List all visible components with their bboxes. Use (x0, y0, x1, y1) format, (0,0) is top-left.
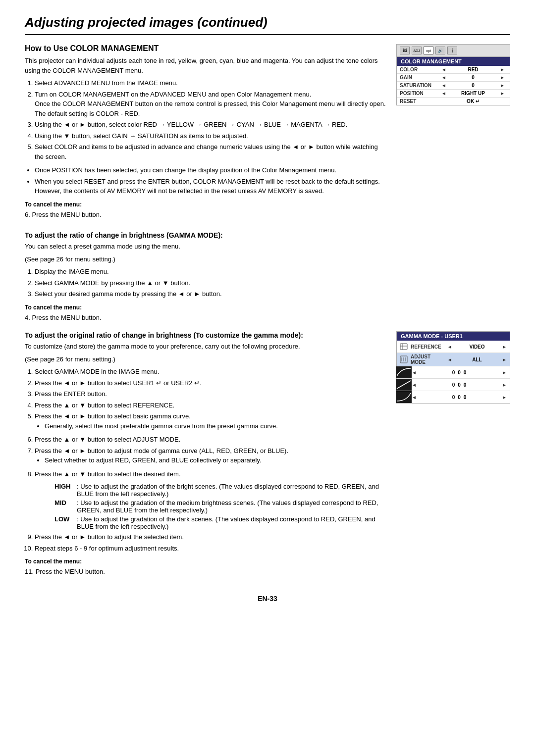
spk-icon: 🔊 (435, 47, 445, 54)
mid-text: : Use to adjust the gradation of the med… (77, 499, 386, 514)
low-curve-icon (399, 392, 409, 402)
section1-cancel-step: 6. Press the MENU button. (25, 210, 386, 220)
section3-step5: Press the ◄ or ► button to select basic … (35, 411, 386, 431)
section3-step4: Press the ▲ or ▼ button to select REFERE… (35, 401, 386, 410)
adjust-mode-icon (399, 354, 409, 364)
section2-steps: Display the IMAGE menu. Select GAMMA MOD… (35, 267, 510, 299)
color-mgmt-ui-panel: 🖼 ADJ opt 🔊 i COLOR MANAGEMENT COLOR ◄ R… (396, 44, 510, 105)
section3-step7-bullet: Select whether to adjust RED, GREEN, and… (45, 455, 386, 465)
mid-values: 0 0 0 (418, 382, 501, 388)
mid-label: MID (54, 499, 72, 514)
section3-step8: Press the ▲ or ▼ button to select the de… (35, 469, 386, 479)
panel-icon-bar: 🖼 ADJ opt 🔊 i (397, 45, 510, 57)
adj-icon: ADJ (412, 47, 422, 54)
section1-cancel-label: To cancel the menu: (25, 200, 386, 209)
reference-label: REFERENCE (411, 344, 446, 350)
section1-bullet1: Once POSITION has been selected, you can… (35, 165, 386, 175)
section2-cancel-label: To cancel the menu: (25, 303, 510, 312)
section1-steps: Select ADVANCED MENU from the IMAGE menu… (35, 78, 386, 161)
section3-step6: Press the ▲ or ▼ button to select ADJUST… (35, 435, 386, 445)
section3-step10: Repeat steps 6 - 9 for optimum adjustmen… (35, 544, 386, 554)
section2-heading: To adjust the ratio of change in brightn… (25, 231, 510, 239)
gamma-mode-panel: GAMMA MODE - USER1 REFERENCE ◄ VIDEO ► (396, 331, 510, 403)
section3-cancel-step: 11. Press the MENU button. (25, 567, 386, 577)
high-curve-icon (399, 367, 409, 377)
section2-step1: Display the IMAGE menu. (35, 267, 510, 277)
opt-icon: opt (424, 47, 433, 54)
section3-step7-bullets: Select whether to adjust RED, GREEN, and… (45, 455, 386, 465)
section3-steps: Select GAMMA MODE in the IMAGE menu. Pre… (35, 367, 386, 479)
panel-row-saturation: SATURATION ◄ 0 ► (397, 82, 510, 90)
section3-note: (See page 26 for menu setting.) (25, 354, 386, 364)
high-text: : Use to adjust the gradation of the bri… (77, 483, 386, 498)
svg-rect-0 (400, 344, 407, 350)
indent-item-mid: MID : Use to adjust the gradation of the… (54, 499, 386, 514)
section1-intro: This projector can individual adjusts ea… (25, 56, 386, 75)
gamma-row-reference: REFERENCE ◄ VIDEO ► (397, 341, 510, 353)
panel-row-reset: RESET OK ↵ (397, 98, 510, 105)
section1-step4: Using the ▼ button, select GAIN → SATURA… (35, 131, 386, 141)
color-mgmt-panel: 🖼 ADJ opt 🔊 i COLOR MANAGEMENT COLOR ◄ R… (396, 44, 510, 105)
section3-step9: Press the ◄ or ► button to adjust the se… (35, 532, 386, 542)
gamma-row-adjust-mode: ADJUST MODE ◄ ALL ► (397, 353, 510, 366)
panel-header-color: COLOR MANAGEMENT (397, 57, 510, 66)
section2-note: (See page 26 for menu setting.) (25, 254, 510, 264)
indent-item-low: LOW : Use to adjust the gradation of the… (54, 515, 386, 530)
gamma-panel-header: GAMMA MODE - USER1 (397, 332, 510, 341)
low-values: 0 0 0 (418, 395, 501, 400)
section2-step3: Select your desired gamma mode by pressi… (35, 289, 510, 299)
section2-intro: You can select a preset gamma mode using… (25, 242, 510, 252)
section3-intro: To customize (and store) the gamma mode … (25, 342, 386, 352)
high-values: 0 0 0 (418, 370, 501, 375)
section3-step2: Press the ◄ or ► button to select USER1 … (35, 378, 386, 388)
section3-step7: Press the ◄ or ► button to adjust mode o… (35, 446, 386, 465)
panel-row-gain: GAIN ◄ 0 ► (397, 74, 510, 82)
section3-steps-continued: Press the ◄ or ► button to adjust the se… (35, 532, 386, 553)
section3-cancel-label: To cancel the menu: (25, 557, 386, 566)
info-icon: i (447, 47, 457, 54)
footer-page-number: EN-33 (25, 595, 510, 603)
panel-row-position: POSITION ◄ RIGHT UP ► (397, 90, 510, 98)
section3-step1: Select GAMMA MODE in the IMAGE menu. (35, 367, 386, 377)
gamma-ui-panel: GAMMA MODE - USER1 REFERENCE ◄ VIDEO ► (396, 331, 510, 403)
section3-heading: To adjust the original ratio of change i… (25, 331, 386, 339)
section1-step3: Using the ◄ or ► button, select color RE… (35, 120, 386, 130)
section3-step5-bullet: Generally, select the most preferable ga… (45, 421, 386, 431)
section1-step1: Select ADVANCED MENU from the IMAGE menu… (35, 78, 386, 88)
section1-text: How to Use COLOR MANAGEMENT This project… (25, 44, 386, 222)
gamma-row-mid: ◄ 0 0 0 ► (397, 379, 510, 391)
indent-items: HIGH : Use to adjust the gradation of th… (54, 483, 386, 530)
adjust-mode-label: ADJUST MODE (411, 354, 446, 365)
img-icon: 🖼 (400, 47, 410, 54)
mid-curve-icon (399, 380, 409, 390)
low-label: LOW (54, 515, 72, 530)
reference-icon (399, 342, 409, 352)
page-title: Adjusting projected images (continued) (25, 15, 510, 35)
section3-step5-bullets: Generally, select the most preferable ga… (45, 421, 386, 431)
section-color-management: How to Use COLOR MANAGEMENT This project… (25, 44, 510, 222)
section2-step2: Select GAMMA MODE by pressing the ▲ or ▼… (35, 278, 510, 288)
section1-step2: Turn on COLOR MANAGEMENT on the ADVANCED… (35, 90, 386, 119)
section3-step3: Press the ENTER button. (35, 389, 386, 399)
section1-heading: How to Use COLOR MANAGEMENT (25, 44, 386, 53)
section1-step5: Select COLOR and items to be adjusted in… (35, 142, 386, 161)
section-gamma-mode: To adjust the ratio of change in brightn… (25, 231, 510, 322)
gamma-row-high: ◄ 0 0 0 ► (397, 366, 510, 379)
section1-bullets: Once POSITION has been selected, you can… (35, 165, 386, 196)
section-customize-gamma: To adjust the original ratio of change i… (25, 331, 510, 580)
indent-item-high: HIGH : Use to adjust the gradation of th… (54, 483, 386, 498)
section1-bullet2: When you select RESET and press the ENTE… (35, 177, 386, 196)
section2-cancel-step: 4. Press the MENU button. (25, 313, 510, 323)
low-text: : Use to adjust the gradation of the dar… (77, 515, 386, 530)
panel-row-color: COLOR ◄ RED ► (397, 66, 510, 74)
gamma-row-low: ◄ 0 0 0 ► (397, 391, 510, 403)
section3-text: To adjust the original ratio of change i… (25, 331, 386, 580)
high-label: HIGH (54, 483, 72, 498)
